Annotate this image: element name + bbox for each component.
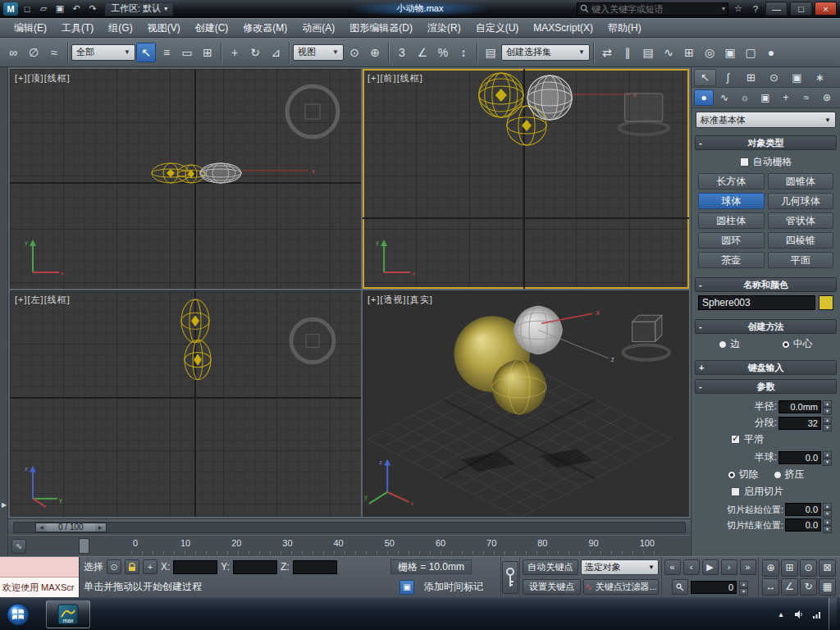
next-frame-icon[interactable]: ▶ [95, 523, 106, 532]
hidden-icons-chevron[interactable]: ▴ [774, 608, 788, 621]
ghost-cube-helper[interactable] [623, 315, 669, 359]
auto-key-button[interactable]: 自动关键点 [523, 559, 578, 575]
selection-lock-icon[interactable] [125, 559, 139, 574]
select-and-rotate-icon[interactable]: ↻ [245, 43, 265, 62]
maximize-viewport-icon[interactable]: ▦ [819, 578, 836, 596]
workspace-dropdown[interactable]: 工作区: 默认 ▾ [105, 2, 173, 16]
set-key-button[interactable]: 设置关键点 [523, 579, 581, 595]
start-button[interactable] [2, 599, 34, 630]
absolute-mode-icon[interactable]: + [143, 559, 158, 574]
category-geometry-icon[interactable]: ● [694, 89, 714, 106]
button-tube[interactable]: 管状体 [768, 212, 834, 229]
track-bar[interactable]: ∿ 0 10 20 30 40 50 60 70 80 90 100 [8, 535, 691, 556]
viewport-left-label[interactable]: [+][左][线框] [15, 294, 71, 306]
tab-create-icon[interactable]: ↖ [694, 69, 716, 86]
yellow-sphere-shaded-small[interactable] [492, 360, 546, 414]
viewport-top-label[interactable]: [+][顶][线框] [15, 72, 71, 84]
current-frame-spinner[interactable]: ▴▾ [739, 581, 748, 594]
viewport-left[interactable]: [+][左][线框] [10, 290, 361, 517]
unlink-selection-icon[interactable]: ∅ [24, 43, 43, 62]
progressive-display-icon[interactable]: ▣ [399, 580, 414, 595]
network-icon[interactable] [810, 608, 824, 621]
field-of-view-icon[interactable]: ∠ [781, 578, 798, 596]
viewport-front-canvas[interactable]: x y x [363, 69, 689, 289]
tab-modify-icon[interactable]: ∫ [717, 69, 739, 86]
menu-graph-editors[interactable]: 图形编辑器(D) [342, 19, 420, 38]
circle-helper-ring[interactable] [287, 86, 338, 137]
next-frame-icon[interactable]: › [721, 559, 737, 575]
menu-modifiers[interactable]: 修改器(M) [235, 19, 294, 38]
undo-icon[interactable]: ↶ [69, 2, 84, 16]
rendered-frame-window-icon[interactable]: ▢ [741, 43, 760, 62]
curve-editor-icon[interactable]: ∿ [659, 43, 678, 62]
search-dropdown-icon[interactable]: ▾ [722, 5, 725, 12]
smooth-checkbox[interactable]: 平滑 [731, 432, 833, 446]
circle-helper-ring[interactable] [291, 319, 334, 362]
zoom-all-icon[interactable]: ⊞ [781, 559, 798, 577]
tab-hierarchy-icon[interactable]: ⊞ [740, 69, 762, 86]
zoom-region-icon[interactable]: ⊠ [819, 559, 836, 577]
new-scene-icon[interactable]: □ [20, 2, 34, 16]
viewport-front-label[interactable]: [+][前][线框] [368, 72, 423, 84]
button-sphere[interactable]: 球体 [698, 193, 765, 209]
isolate-selection-icon[interactable]: ⊙ [107, 559, 121, 574]
menu-create[interactable]: 创建(C) [188, 19, 236, 38]
rollout-name-color-header[interactable]: - 名称和颜色 [695, 277, 837, 292]
menu-customize[interactable]: 自定义(U) [468, 19, 527, 38]
menu-maxscript[interactable]: MAXScript(X) [526, 20, 600, 36]
taskbar-3dsmax-button[interactable]: max [46, 600, 90, 628]
autogrid-checkbox[interactable]: 自动栅格 [698, 155, 833, 169]
radius-input[interactable]: 0.0mm [778, 400, 821, 413]
search-input[interactable] [591, 4, 719, 14]
radio-squash[interactable]: 挤压 [774, 468, 805, 482]
button-cylinder[interactable]: 圆柱体 [698, 212, 765, 229]
maxscript-mini-listener[interactable]: 欢迎使用 MAXScr [0, 557, 80, 597]
object-color-swatch[interactable] [819, 295, 833, 310]
menu-edit[interactable]: 编辑(E) [7, 19, 54, 38]
category-spacewarps-icon[interactable]: ≈ [797, 89, 816, 106]
segments-spinner[interactable]: ▴▾ [823, 417, 832, 430]
rollout-keyboard-entry-header[interactable]: + 键盘输入 [695, 360, 837, 375]
button-plane[interactable]: 平面 [768, 252, 834, 268]
key-filters-button[interactable]: ∿ 关键点过滤器... [583, 579, 659, 595]
rectangular-selection-icon[interactable]: ▭ [177, 43, 197, 62]
button-torus[interactable]: 圆环 [698, 232, 765, 249]
tab-motion-icon[interactable]: ⊙ [763, 69, 785, 86]
angle-snap-icon[interactable]: ∠ [413, 43, 432, 62]
segments-input[interactable]: 32 [778, 417, 821, 430]
app-logo-icon[interactable]: M [3, 2, 18, 16]
layer-manager-icon[interactable]: ▤ [638, 43, 658, 62]
category-helpers-icon[interactable]: + [776, 89, 796, 106]
previous-frame-icon[interactable]: ‹ [683, 559, 700, 575]
play-animation-icon[interactable]: ▶ [702, 559, 719, 575]
viewport-top-canvas[interactable]: x y x [10, 69, 361, 289]
slice-from-spinner[interactable]: ▴▾ [823, 503, 832, 516]
select-and-link-icon[interactable]: ∞ [3, 43, 23, 62]
radio-chop[interactable]: 切除 [728, 468, 759, 482]
zoom-icon[interactable]: ⊕ [762, 559, 779, 577]
menu-views[interactable]: 视图(V) [140, 19, 188, 38]
button-pyramid[interactable]: 四棱锥 [768, 232, 834, 249]
button-geosphere[interactable]: 几何球体 [768, 193, 834, 209]
slice-to-spinner[interactable]: ▴▾ [823, 518, 832, 532]
slice-on-checkbox[interactable]: 启用切片 [731, 485, 833, 499]
material-editor-icon[interactable]: ◎ [700, 43, 719, 62]
spinner-snap-icon[interactable]: ↕ [454, 43, 473, 62]
maximize-button[interactable]: □ [790, 2, 812, 16]
bind-to-spacewarp-icon[interactable]: ≈ [44, 43, 64, 62]
favorites-icon[interactable]: ☆ [731, 2, 746, 16]
button-cone[interactable]: 圆锥体 [768, 173, 834, 189]
menu-tools[interactable]: 工具(T) [54, 19, 101, 38]
select-and-manipulate-icon[interactable]: ⊕ [365, 43, 385, 62]
go-to-start-icon[interactable]: « [664, 559, 681, 575]
slice-to-input[interactable]: 0.0 [785, 518, 821, 532]
viewport-left-canvas[interactable]: z y [10, 290, 361, 517]
radio-center[interactable]: 中心 [782, 337, 813, 351]
mini-curve-editor-icon[interactable]: ∿ [11, 539, 26, 554]
select-and-move-icon[interactable]: + [225, 43, 244, 62]
select-and-scale-icon[interactable]: ⊿ [266, 43, 285, 62]
viewport-top[interactable]: [+][顶][线框] [10, 69, 361, 289]
select-by-name-icon[interactable]: ≡ [157, 43, 176, 62]
percent-snap-icon[interactable]: % [433, 43, 453, 62]
viewport-perspective[interactable]: [+][透视][真实] [363, 290, 689, 517]
